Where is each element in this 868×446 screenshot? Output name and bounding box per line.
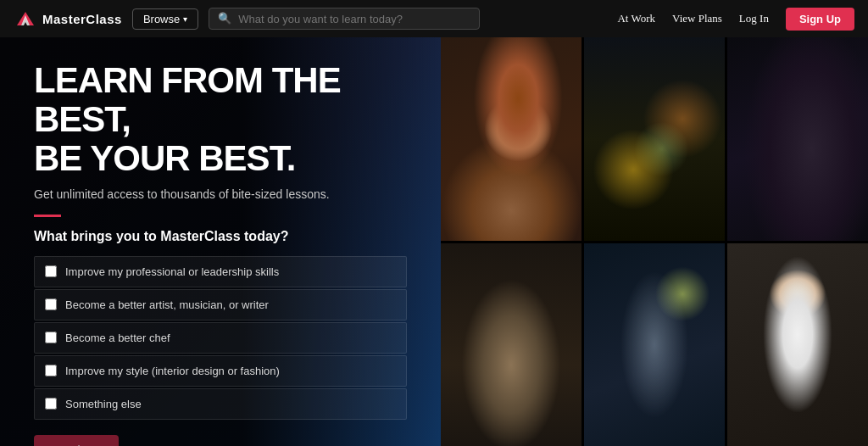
image-cell-5: [584, 243, 725, 447]
image-1-content: [441, 37, 581, 241]
checkbox-2[interactable]: [45, 298, 57, 310]
left-content: LEARN FROM THE BEST, BE YOUR BEST. Get u…: [34, 61, 407, 446]
image-cell-2: [584, 37, 725, 241]
image-cell-1: [441, 37, 581, 241]
red-divider: [34, 215, 61, 217]
left-panel: LEARN FROM THE BEST, BE YOUR BEST. Get u…: [0, 37, 441, 446]
option-3-label: Become a better chef: [65, 332, 170, 344]
image-2-content: [584, 37, 725, 241]
checkbox-5[interactable]: [45, 398, 57, 410]
survey-option-5[interactable]: Something else: [34, 388, 407, 420]
image-cell-3: [727, 37, 868, 241]
hero-title: LEARN FROM THE BEST, BE YOUR BEST.: [34, 61, 407, 179]
chevron-down-icon: ▾: [183, 14, 187, 24]
login-link[interactable]: Log In: [739, 12, 769, 25]
checkbox-4[interactable]: [45, 365, 57, 376]
view-plans-link[interactable]: View Plans: [672, 12, 722, 25]
option-1-label: Improve my professional or leadership sk…: [65, 265, 279, 278]
checkbox-3[interactable]: [45, 332, 57, 343]
navbar: MasterClass Browse ▾ 🔍 At Work View Plan…: [0, 0, 868, 37]
hero-title-line2: BE YOUR BEST.: [34, 138, 295, 178]
masterclass-logo-icon: [14, 10, 37, 27]
hero-title-line1: LEARN FROM THE BEST,: [34, 60, 341, 139]
image-4-content: [441, 243, 581, 447]
survey-question: What brings you to MasterClass today?: [34, 229, 407, 244]
hero-subtitle: Get unlimited access to thousands of bit…: [34, 187, 407, 201]
image-grid: [441, 37, 868, 446]
image-3-content: [727, 37, 868, 241]
at-work-link[interactable]: At Work: [617, 12, 655, 25]
survey-options: Improve my professional or leadership sk…: [34, 256, 407, 420]
option-4-label: Improve my style (interior design or fas…: [65, 365, 280, 377]
browse-label: Browse: [143, 13, 180, 25]
main-content: LEARN FROM THE BEST, BE YOUR BEST. Get u…: [0, 37, 868, 446]
option-5-label: Something else: [65, 398, 142, 410]
option-2-label: Become a better artist, musician, or wri…: [65, 298, 269, 311]
search-bar[interactable]: 🔍: [209, 8, 480, 30]
image-cell-6: [727, 243, 868, 447]
survey-option-3[interactable]: Become a better chef: [34, 322, 407, 354]
search-input[interactable]: [238, 13, 470, 25]
browse-button[interactable]: Browse ▾: [132, 8, 198, 30]
nav-right: At Work View Plans Log In Sign Up: [617, 8, 854, 31]
image-5-content: [584, 243, 725, 447]
survey-option-1[interactable]: Improve my professional or leadership sk…: [34, 256, 407, 287]
search-icon: 🔍: [218, 12, 231, 25]
image-6-content: [727, 243, 868, 447]
checkbox-1[interactable]: [45, 265, 57, 277]
logo[interactable]: MasterClass: [14, 10, 122, 27]
survey-option-4[interactable]: Improve my style (interior design or fas…: [34, 355, 407, 387]
survey-option-2[interactable]: Become a better artist, musician, or wri…: [34, 289, 407, 321]
brand-name: MasterClass: [42, 12, 122, 26]
image-cell-4: [441, 243, 581, 447]
continue-button[interactable]: Continue: [34, 435, 119, 446]
signup-button[interactable]: Sign Up: [786, 8, 854, 31]
